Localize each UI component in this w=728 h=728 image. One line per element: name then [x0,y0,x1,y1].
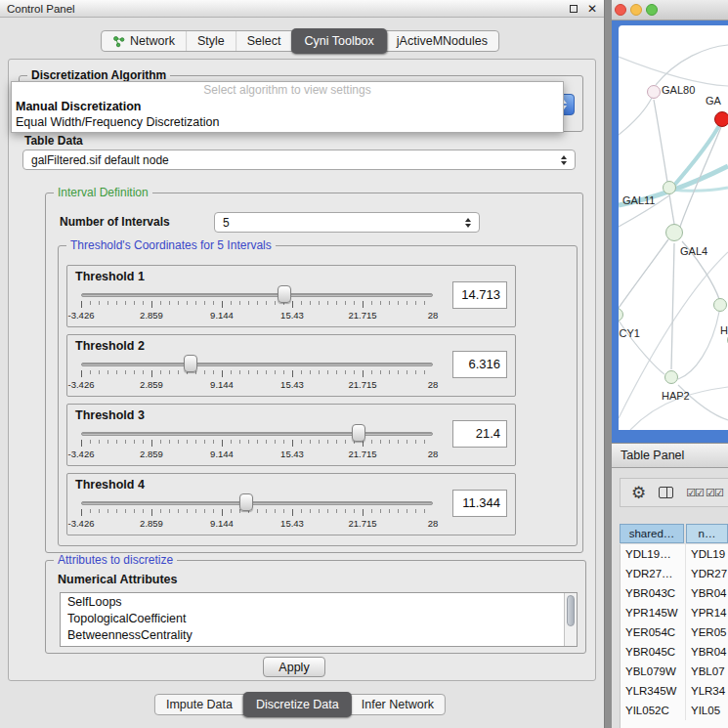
threshold-3-box: Threshold 3 -3.4262.8599.14415.4321.7152… [66,404,516,466]
network-node[interactable] [665,224,683,241]
gear-icon[interactable]: ⚙ [631,485,646,501]
float-window-icon[interactable] [570,5,578,13]
table-row[interactable]: YIL052CYIL05 [621,701,728,720]
group-title-discretization-algorithm: Discretization Algorithm [27,68,170,82]
network-node-label: GAL80 [662,84,695,96]
scale-label: -3.426 [68,379,95,390]
threshold-2-slider[interactable]: -3.4262.8599.14415.4321.71528 [81,353,433,396]
table-cell[interactable]: YPR14 [686,603,728,622]
apply-button[interactable]: Apply [263,657,325,677]
threshold-3-value-field[interactable]: 21.4 [452,420,507,448]
table-cell[interactable]: YBL079W [621,662,686,681]
table-cell[interactable]: YIL052C [621,701,686,720]
column-header-name[interactable]: n… [686,524,728,543]
numerical-attributes-list: SelfLoopsTopologicalCoefficientBetweenne… [60,592,578,647]
table-cell[interactable]: YDR27… [621,564,686,583]
slider-track[interactable] [81,293,433,297]
scale-label: 21.715 [348,379,376,390]
network-node[interactable] [663,181,676,194]
num-intervals-dropdown[interactable]: 5 [214,212,480,233]
slider-track[interactable] [81,432,433,436]
table-cell[interactable]: YLR34 [686,681,728,701]
table-data-dropdown[interactable]: galFiltered.sif default node [22,150,576,170]
list-scrollbar[interactable] [564,593,577,646]
table-row[interactable]: YPR145WYPR14 [621,603,728,622]
tab-style[interactable]: Style [187,31,236,51]
table-row[interactable]: YLR345WYLR34 [621,681,728,701]
group-title-attributes: Attributes to discretize [54,553,177,567]
table-cell[interactable]: YDR27 [686,564,728,583]
tab-label: Impute Data [166,698,233,711]
table-cell[interactable]: YBL07 [686,662,728,681]
minimize-traffic-light-icon[interactable] [630,4,642,16]
slider-thumb[interactable] [278,285,291,303]
slider-thumb[interactable] [352,424,365,442]
table-cell[interactable]: YBR043C [621,583,686,603]
table-row[interactable]: YDL19…YDL19 [621,544,728,564]
table-cell[interactable]: YIL05 [686,701,728,720]
network-node[interactable] [713,298,727,312]
column-header-shared-name[interactable]: shared… [620,524,684,543]
zoom-traffic-light-icon[interactable] [646,4,658,16]
table-cell[interactable]: YDL19 [686,544,728,564]
table-row[interactable]: YBR043CYBR04 [621,583,728,603]
tab-label: Discretize Data [256,698,339,711]
attribute-list-item[interactable]: TopologicalCoefficient [61,611,564,627]
tab-infer-network[interactable]: Infer Network [351,695,445,714]
table-cell[interactable]: YLR345W [621,681,686,701]
threshold-1-value-field[interactable]: 14.713 [452,281,507,309]
table-cell[interactable]: YDL19… [621,544,686,564]
attribute-list-item[interactable]: BetweennessCentrality [61,627,564,644]
threshold-2-value-field[interactable]: 6.316 [452,351,507,378]
scale-label: 15.43 [280,379,304,390]
threshold-1-slider[interactable]: -3.4262.8599.14415.4321.71528 [81,283,433,326]
threshold-1-box: Threshold 1 -3.4262.8599.14415.4321.7152… [66,265,516,327]
popup-option-equal-width-frequency[interactable]: Equal Width/Frequency Discretization [12,114,563,130]
table-panel-header: Table Panel [612,443,728,468]
network-window-titlebar [612,0,728,21]
table-cell[interactable]: YBR04 [686,583,728,603]
network-canvas[interactable]: GAL80GAGAL11GAL4HGCY1HAP2 [619,25,728,430]
network-node[interactable] [714,111,728,127]
slider-track[interactable] [81,501,433,505]
threshold-2-box: Threshold 2 -3.4262.8599.14415.4321.7152… [66,334,516,397]
threshold-4-label: Threshold 4 [75,478,145,492]
slider-track[interactable] [81,363,433,366]
scale-label: 9.144 [210,379,234,390]
tab-label: jActiveMNodules [397,34,488,48]
scrollbar-thumb[interactable] [567,595,575,626]
tab-label: Cyni Toolbox [304,34,373,48]
table-cell[interactable]: YER05 [686,622,728,642]
table-cell[interactable]: YBR04 [686,642,728,662]
tab-network[interactable]: Network [102,31,187,51]
attribute-list-item[interactable]: SelfLoops [61,594,564,611]
slider-scale-labels: -3.4262.8599.14415.4321.71528 [81,379,433,391]
popup-option-manual-discretization[interactable]: Manual Discretization [12,99,563,114]
threshold-4-value-field[interactable]: 11.344 [452,490,507,517]
threshold-3-slider[interactable]: -3.4262.8599.14415.4321.71528 [81,422,433,465]
table-row[interactable]: YBL079WYBL07 [621,662,728,681]
close-traffic-light-icon[interactable] [615,4,626,16]
table-row[interactable]: YER054CYER05 [621,622,728,642]
tab-discretize-data[interactable]: Discretize Data [243,692,352,717]
tab-jactivemnodules[interactable]: jActiveMNodules [386,31,498,51]
network-node[interactable] [647,85,661,99]
network-node[interactable] [664,370,678,384]
tab-select[interactable]: Select [236,31,293,51]
table-row[interactable]: YDR27…YDR27 [621,564,728,583]
scale-label: 9.144 [210,518,234,529]
threshold-4-slider[interactable]: -3.4262.8599.14415.4321.71528 [81,492,433,535]
tab-cyni-toolbox[interactable]: Cyni Toolbox [291,28,386,54]
table-cell[interactable]: YER054C [621,622,686,642]
slider-thumb[interactable] [184,355,197,372]
table-row[interactable]: YBR045CYBR04 [621,642,728,662]
select-columns-checkboxes-icon[interactable]: ☑☑ ☑☑ [686,487,723,499]
close-icon[interactable]: ✕ [587,3,597,15]
slider-scale-labels: -3.4262.8599.14415.4321.71528 [81,449,433,460]
network-node-label: H [720,324,728,336]
table-cell[interactable]: YBR045C [621,642,686,662]
tab-impute-data[interactable]: Impute Data [155,695,244,714]
slider-thumb[interactable] [239,493,253,511]
table-cell[interactable]: YPR145W [621,603,686,622]
columns-icon[interactable] [659,487,673,498]
